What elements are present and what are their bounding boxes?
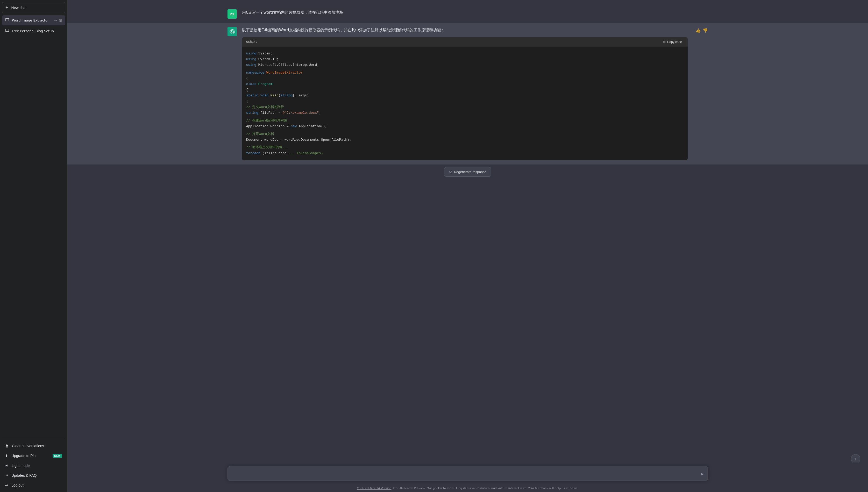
- sidebar: New chat Word Image Extractor ✏ 🗑 Free P…: [0, 0, 67, 492]
- sidebar-item-word-image-extractor[interactable]: Word Image Extractor ✏ 🗑: [2, 15, 65, 25]
- copy-icon: ⧉: [663, 40, 666, 44]
- footer: ChatGPT Mar 14 Version. Free Research Pr…: [67, 485, 868, 492]
- assistant-message-row: 以下是使用C#编写的Word文档内照片提取器的示例代码，并在其中添加了注释以帮助…: [67, 23, 868, 165]
- user-message-text: 用C#写一个word文档内照片提取器，请在代码中添加注释: [242, 10, 343, 15]
- light-mode-label: Light mode: [12, 464, 29, 468]
- logout-icon: ↩: [5, 483, 8, 487]
- regenerate-container: ↻ Regenerate response: [67, 167, 868, 177]
- footer-text-content: . Free Research Preview. Our goal is to …: [391, 487, 578, 490]
- new-chat-label: New chat: [11, 6, 26, 10]
- regenerate-button[interactable]: ↻ Regenerate response: [444, 167, 491, 177]
- assistant-intro-text: 以下是使用C#编写的Word文档内照片提取器的示例代码，并在其中添加了注释以帮助…: [242, 28, 445, 32]
- chat-icon-2: [5, 28, 9, 33]
- updates-faq-button[interactable]: ↗ Updates & FAQ: [2, 471, 65, 480]
- sidebar-bottom: 🗑 Clear conversations ⬆ Upgrade to Plus …: [2, 441, 65, 490]
- input-area: ➤: [67, 463, 868, 485]
- code-block: csharp ⧉ Copy code using System;using Sy…: [242, 37, 688, 161]
- scroll-to-bottom-button[interactable]: ↓: [851, 454, 860, 464]
- light-mode-button[interactable]: ☀ Light mode: [2, 461, 65, 470]
- down-icon: ↓: [854, 457, 857, 461]
- clear-conversations-button[interactable]: 🗑 Clear conversations: [2, 441, 65, 450]
- upgrade-icon: ⬆: [5, 454, 8, 458]
- regenerate-label: Regenerate response: [454, 170, 486, 174]
- copy-code-button[interactable]: ⧉ Copy code: [662, 40, 684, 44]
- new-chat-button[interactable]: New chat: [2, 2, 65, 13]
- sidebar-divider: [2, 439, 65, 439]
- user-avatar-label: 22: [230, 12, 234, 16]
- code-body: using System;using System.IO;using Micro…: [242, 47, 688, 161]
- message-actions: 👍 👎: [695, 27, 708, 33]
- sidebar-item-free-personal-blog[interactable]: Free Personal Blog Setup: [2, 26, 65, 36]
- updates-icon: ↗: [5, 473, 8, 477]
- logout-button[interactable]: ↩ Log out: [2, 481, 65, 490]
- user-message-row: 22 用C#写一个word文档内照片提取器，请在代码中添加注释: [67, 5, 868, 23]
- input-wrapper: ➤: [227, 466, 708, 481]
- chatgpt-version-link[interactable]: ChatGPT Mar 14 Version: [357, 487, 391, 490]
- assistant-avatar: [227, 27, 237, 36]
- user-avatar: 22: [227, 9, 237, 19]
- chat-icon: [5, 18, 9, 23]
- sidebar-top: New chat Word Image Extractor ✏ 🗑 Free P…: [2, 2, 65, 437]
- trash-icon-2: 🗑: [5, 444, 9, 448]
- send-button[interactable]: ➤: [699, 470, 705, 478]
- clear-conversations-label: Clear conversations: [12, 444, 44, 448]
- user-message-content: 用C#写一个word文档内照片提取器，请在代码中添加注释: [242, 9, 708, 16]
- assistant-message-content: 以下是使用C#编写的Word文档内照片提取器的示例代码，并在其中添加了注释以帮助…: [242, 27, 688, 161]
- code-header: csharp ⧉ Copy code: [242, 37, 688, 47]
- plus-icon: [5, 5, 8, 10]
- logout-label: Log out: [11, 483, 24, 487]
- chat-input[interactable]: [228, 466, 708, 480]
- updates-label: Updates & FAQ: [11, 473, 36, 477]
- send-icon: ➤: [700, 471, 704, 477]
- thumbdown-icon[interactable]: 👎: [703, 28, 708, 33]
- edit-icon[interactable]: ✏: [54, 18, 57, 22]
- chat-item-label: Word Image Extractor: [12, 18, 49, 22]
- upgrade-to-plus-button[interactable]: ⬆ Upgrade to Plus NEW: [2, 451, 65, 460]
- new-badge: NEW: [53, 454, 62, 458]
- refresh-icon: ↻: [449, 170, 452, 174]
- light-icon: ☀: [5, 464, 8, 468]
- copy-code-label: Copy code: [667, 40, 682, 44]
- trash-icon[interactable]: 🗑: [59, 18, 62, 22]
- chat-item-label-2: Free Personal Blog Setup: [12, 29, 54, 33]
- upgrade-label: Upgrade to Plus: [11, 454, 37, 458]
- chat-area: 22 用C#写一个word文档内照片提取器，请在代码中添加注释 以下是使用C#编…: [67, 0, 868, 463]
- chat-item-actions: ✏ 🗑: [54, 18, 62, 22]
- code-lang-label: csharp: [246, 40, 257, 45]
- main-content: 22 用C#写一个word文档内照片提取器，请在代码中添加注释 以下是使用C#编…: [67, 0, 868, 492]
- thumbup-icon[interactable]: 👍: [695, 28, 701, 33]
